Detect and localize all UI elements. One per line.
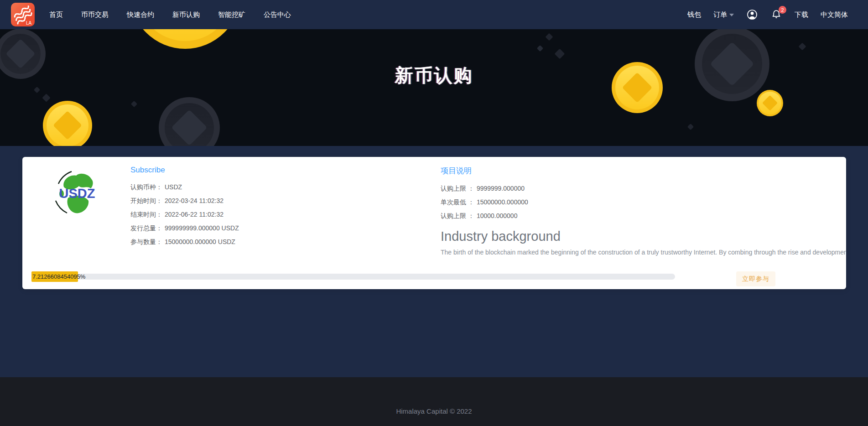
info-value: USDZ xyxy=(165,183,182,191)
wallet-label: 钱包 xyxy=(687,10,701,19)
info-label: 参与数量： xyxy=(130,238,162,245)
info-value: 15000000.000000 xyxy=(477,198,528,206)
project-title: 项目说明 xyxy=(441,166,846,176)
logo-text: LA xyxy=(26,21,32,26)
diamond-decoration xyxy=(555,49,565,59)
info-label: 认购上限 ： xyxy=(441,185,474,192)
usdz-logo-text: USDZ xyxy=(59,186,95,201)
subscribe-title: Subscribe xyxy=(130,166,239,175)
nav-item-announcements[interactable]: 公告中心 xyxy=(264,10,291,19)
nav-item-fast-contract[interactable]: 快速合约 xyxy=(127,10,154,19)
subscribe-info-column: Subscribe 认购币种：USDZ 开始时间：2022-03-24 11:0… xyxy=(130,166,239,249)
subscribe-row: 开始时间：2022-03-24 11:02:32 xyxy=(130,194,239,208)
orders-label: 订单 xyxy=(713,10,727,19)
project-rows: 认购上限 ：9999999.000000 单次最低 ：15000000.0000… xyxy=(441,182,846,223)
diamond-decoration xyxy=(546,33,553,41)
progress-fill: 7.2126608454095% xyxy=(31,271,78,282)
info-value: 2022-03-24 11:02:32 xyxy=(165,197,223,204)
download-link[interactable]: 下载 xyxy=(795,10,808,19)
orders-dropdown[interactable]: 订单 xyxy=(713,10,734,19)
subscribe-row: 发行总量：999999999.000000 USDZ xyxy=(130,221,239,235)
notification-badge: 2 xyxy=(779,6,786,14)
info-value: 10000.000000 xyxy=(477,212,518,219)
info-label: 认购上限 ： xyxy=(441,212,474,219)
info-label: 结束时间： xyxy=(130,211,162,218)
diamond-decoration xyxy=(131,101,137,107)
footer: Himalaya Capital © 2022 xyxy=(0,377,868,426)
join-now-button[interactable]: 立即参与 xyxy=(736,271,775,286)
diamond-decoration xyxy=(687,124,694,130)
brand-logo[interactable]: LA xyxy=(11,3,35,26)
user-account-button[interactable] xyxy=(746,9,758,21)
info-label: 发行总量： xyxy=(130,224,162,232)
project-row: 认购上限 ：10000.000000 xyxy=(441,209,846,223)
diamond-decoration xyxy=(537,45,543,52)
subscribe-row: 认购币种：USDZ xyxy=(130,180,239,194)
gold-coin-decoration xyxy=(757,90,783,116)
subscription-progress-bar: 7.2126608454095% xyxy=(31,274,675,280)
info-label: 开始时间： xyxy=(130,197,162,204)
progress-percent-label: 7.2126608454095% xyxy=(32,273,85,280)
info-label: 单次最低 ： xyxy=(441,198,474,206)
main-menu: 首页 币币交易 快速合约 新币认购 智能挖矿 公告中心 xyxy=(49,10,291,19)
subscribe-row: 参与数量：15000000.000000 USDZ xyxy=(130,235,239,249)
info-value: 9999999.000000 xyxy=(477,185,525,192)
usdz-globe-logo: USDZ xyxy=(52,169,102,218)
diamond-decoration xyxy=(42,94,50,102)
project-info-column: 项目说明 认购上限 ：9999999.000000 单次最低 ：15000000… xyxy=(441,166,846,256)
subscribe-row: 结束时间：2022-06-22 11:02:32 xyxy=(130,208,239,221)
nav-item-new-coin-subscription[interactable]: 新币认购 xyxy=(172,10,200,19)
gold-coin-decoration xyxy=(130,29,240,49)
chevron-down-icon xyxy=(729,14,734,16)
main-section: USDZ Subscribe 认购币种：USDZ 开始时间：2022-03-24… xyxy=(0,146,868,377)
diamond-decoration xyxy=(799,43,806,51)
nav-item-home[interactable]: 首页 xyxy=(49,10,63,19)
page: LA 首页 币币交易 快速合约 新币认购 智能挖矿 公告中心 钱包 订单 xyxy=(0,0,868,426)
subscription-card: USDZ Subscribe 认购币种：USDZ 开始时间：2022-03-24… xyxy=(22,157,846,289)
gold-coin-decoration xyxy=(43,101,92,146)
language-selector[interactable]: 中文简体 xyxy=(821,10,848,19)
notifications-button[interactable]: 2 xyxy=(770,9,782,21)
ghost-coin-decoration xyxy=(159,97,220,146)
project-row: 认购上限 ：9999999.000000 xyxy=(441,182,846,195)
info-value: 999999999.000000 USDZ xyxy=(165,224,239,232)
project-row: 单次最低 ：15000000.000000 xyxy=(441,195,846,209)
page-title: 新币认购 xyxy=(0,63,868,88)
info-value: 15000000.000000 USDZ xyxy=(165,238,235,245)
wave-lines-icon: LA xyxy=(11,3,35,26)
hero-banner: 新币认购 xyxy=(0,29,868,146)
download-label: 下载 xyxy=(795,10,808,19)
info-value: 2022-06-22 11:02:32 xyxy=(165,211,223,218)
industry-background-description: The birth of the blockchain marked the b… xyxy=(441,249,846,256)
coin-inner xyxy=(138,29,233,41)
info-label: 认购币种： xyxy=(130,183,162,191)
top-navbar: LA 首页 币币交易 快速合约 新币认购 智能挖矿 公告中心 钱包 订单 xyxy=(0,0,868,29)
nav-item-smart-mining[interactable]: 智能挖矿 xyxy=(218,10,245,19)
user-avatar-icon xyxy=(747,9,758,20)
language-label: 中文简体 xyxy=(821,10,848,19)
industry-background-heading: Industry background xyxy=(441,229,846,244)
wallet-link[interactable]: 钱包 xyxy=(687,10,701,19)
navbar-right: 钱包 订单 2 下载 xyxy=(687,0,848,29)
subscribe-rows: 认购币种：USDZ 开始时间：2022-03-24 11:02:32 结束时间：… xyxy=(130,180,239,249)
nav-item-spot-trading[interactable]: 币币交易 xyxy=(81,10,109,19)
copyright-text: Himalaya Capital © 2022 xyxy=(0,407,868,415)
